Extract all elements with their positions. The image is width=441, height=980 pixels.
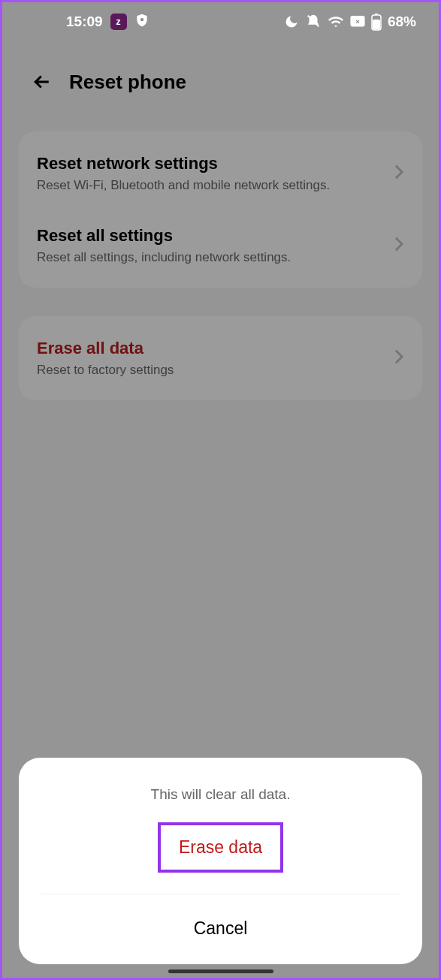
wifi-icon [328, 14, 344, 30]
battery-percent: 68% [388, 14, 416, 30]
home-indicator[interactable] [168, 969, 273, 973]
sheet-message: This will clear all data. [34, 786, 407, 803]
svg-text:×: × [355, 17, 360, 26]
divider [41, 894, 400, 894]
highlight-annotation: Erase data [158, 822, 283, 873]
confirm-bottom-sheet: This will clear all data. Erase data Can… [19, 758, 422, 964]
app-z-icon: z [110, 14, 127, 30]
battery-icon [371, 13, 382, 31]
svg-rect-4 [373, 20, 380, 29]
status-time: 15:09 [66, 14, 103, 30]
mute-icon [305, 14, 322, 30]
shield-icon [134, 13, 150, 32]
signal-icon: × [350, 16, 365, 28]
svg-rect-5 [375, 14, 378, 15]
svg-point-0 [140, 18, 143, 21]
cancel-button[interactable]: Cancel [34, 903, 407, 946]
moon-icon [284, 14, 299, 29]
erase-data-button[interactable]: Erase data [161, 825, 280, 870]
